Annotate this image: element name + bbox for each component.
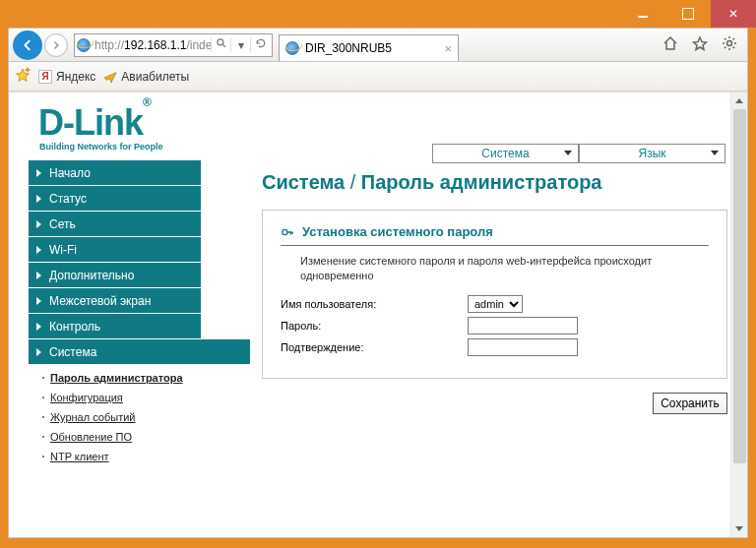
- breadcrumb: Система / Пароль администратора: [262, 171, 727, 194]
- url-refresh-icon[interactable]: [250, 37, 270, 52]
- tools-gear-icon[interactable]: [722, 35, 737, 55]
- save-button[interactable]: Сохранить: [653, 393, 727, 414]
- yandex-icon: Я: [38, 70, 52, 84]
- window-minimize-button[interactable]: [620, 0, 665, 28]
- subnav-label: Пароль администратора: [50, 372, 183, 384]
- panel-description: Изменение системного пароля и пароля web…: [300, 254, 709, 283]
- url-search-icon[interactable]: [211, 37, 230, 52]
- url-dropdown-icon[interactable]: ▾: [230, 38, 250, 52]
- sidebar-nav: Начало Статус Сеть Wi-Fi Дополнительно М…: [29, 159, 201, 466]
- username-label: Имя пользователя:: [281, 298, 468, 310]
- svg-point-2: [727, 40, 732, 45]
- system-dropdown[interactable]: Система: [432, 144, 579, 163]
- page-viewport: D-Link® Building Networks for People Сис…: [9, 91, 747, 537]
- url-path: /index: [186, 38, 211, 52]
- url-scheme: http://: [94, 38, 124, 52]
- home-icon[interactable]: [662, 35, 678, 55]
- favorites-star-icon[interactable]: [692, 35, 708, 55]
- url-field[interactable]: http://192.168.1.1/index ▾: [74, 33, 273, 57]
- breadcrumb-page: Пароль администратора: [361, 171, 602, 193]
- username-select[interactable]: admin: [468, 295, 523, 313]
- nav-item-advanced[interactable]: Дополнительно: [29, 262, 201, 287]
- tab-close-icon[interactable]: ×: [444, 41, 452, 56]
- arrow-right-icon: [51, 40, 61, 50]
- browser-chrome: http://192.168.1.1/index ▾ DIR_300NRUB5 …: [8, 28, 748, 538]
- subnav-label: Обновление ПО: [50, 431, 132, 443]
- subnav-firmware-update[interactable]: Обновление ПО: [29, 427, 201, 447]
- favorite-aviabilety[interactable]: Авиабилеты: [103, 70, 189, 84]
- url-text: http://192.168.1.1/index: [94, 38, 211, 52]
- nav-label: Начало: [49, 166, 91, 180]
- ie-favicon-icon: [77, 38, 91, 52]
- nav-label: Система: [49, 345, 96, 359]
- subnav-label: NTP клиент: [50, 451, 109, 462]
- nav-label: Межсетевой экран: [49, 294, 151, 308]
- svg-point-3: [283, 229, 287, 234]
- logo-dash: -: [63, 102, 74, 143]
- password-input[interactable]: [468, 317, 578, 335]
- nav-back-button[interactable]: [13, 30, 42, 60]
- chevron-down-icon: [564, 151, 572, 155]
- favorite-avia-label: Авиабилеты: [121, 70, 189, 84]
- nav-label: Контроль: [49, 320, 100, 334]
- browser-tab[interactable]: DIR_300NRUB5 ×: [279, 34, 459, 61]
- logo-link: Link: [74, 102, 143, 143]
- browser-window: http://192.168.1.1/index ▾ DIR_300NRUB5 …: [0, 0, 756, 548]
- subnav-label: Конфигурация: [50, 392, 123, 403]
- key-icon: [281, 225, 294, 239]
- browser-toolbar-icons: [662, 35, 737, 55]
- chevron-down-icon: [711, 151, 719, 155]
- nav-item-control[interactable]: Контроль: [29, 313, 201, 338]
- url-host: 192.168.1.1: [124, 38, 186, 52]
- nav-forward-button[interactable]: [44, 33, 68, 57]
- vertical-scrollbar[interactable]: [730, 92, 747, 537]
- system-dropdown-label: Система: [481, 147, 529, 160]
- nav-label: Статус: [49, 192, 87, 206]
- subnav-admin-password[interactable]: Пароль администратора: [29, 368, 201, 388]
- ie-page-icon: [285, 41, 299, 55]
- window-maximize-button[interactable]: [665, 0, 711, 28]
- svg-point-0: [217, 39, 222, 45]
- confirm-input[interactable]: [468, 338, 578, 356]
- subnav-configuration[interactable]: Конфигурация: [29, 388, 201, 407]
- add-favorite-icon[interactable]: [15, 67, 31, 86]
- nav-item-wifi[interactable]: Wi-Fi: [29, 236, 201, 262]
- airplane-icon: [103, 70, 117, 84]
- favorite-yandex-label: Яндекс: [56, 70, 95, 84]
- window-close-button[interactable]: [711, 0, 756, 28]
- logo-d: D: [38, 102, 63, 143]
- scroll-thumb[interactable]: [733, 109, 746, 463]
- tab-title: DIR_300NRUB5: [305, 41, 392, 55]
- breadcrumb-sep: /: [350, 171, 361, 193]
- nav-item-home[interactable]: Начало: [29, 159, 201, 185]
- nav-item-status[interactable]: Статус: [29, 185, 201, 211]
- nav-label: Wi-Fi: [49, 243, 77, 257]
- breadcrumb-section: Система: [262, 171, 345, 193]
- address-bar: http://192.168.1.1/index ▾ DIR_300NRUB5 …: [9, 29, 747, 62]
- confirm-label: Подтверждение:: [281, 341, 468, 353]
- favorite-yandex[interactable]: Я Яндекс: [38, 70, 95, 84]
- subnav-label: Журнал событий: [50, 411, 135, 423]
- panel-title: Установка системного пароля: [302, 224, 493, 239]
- subnav-ntp-client[interactable]: NTP клиент: [29, 447, 201, 466]
- arrow-left-icon: [21, 38, 34, 52]
- favorites-bar: Я Яндекс Авиабилеты: [9, 62, 747, 91]
- scroll-up-button[interactable]: [731, 92, 747, 109]
- svg-line-1: [222, 45, 224, 47]
- password-panel: Установка системного пароля Изменение си…: [262, 210, 727, 379]
- nav-item-firewall[interactable]: Межсетевой экран: [29, 287, 201, 313]
- nav-item-system[interactable]: Система: [29, 338, 250, 364]
- language-dropdown-label: Язык: [638, 147, 665, 160]
- window-titlebar: [0, 0, 756, 28]
- main-content: Система / Пароль администратора Установк: [262, 159, 727, 466]
- scroll-down-button[interactable]: [731, 520, 747, 537]
- password-label: Пароль:: [281, 320, 468, 332]
- nav-label: Дополнительно: [49, 269, 134, 282]
- nav-item-network[interactable]: Сеть: [29, 211, 201, 236]
- language-dropdown[interactable]: Язык: [579, 144, 725, 163]
- subnav-event-log[interactable]: Журнал событий: [29, 407, 201, 427]
- nav-label: Сеть: [49, 217, 76, 231]
